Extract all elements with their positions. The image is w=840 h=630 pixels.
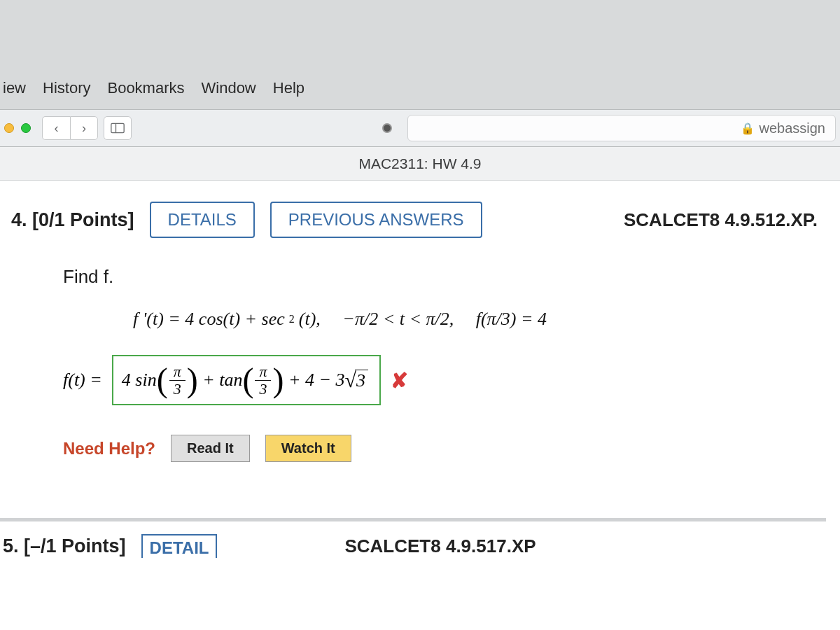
- tab-title: MAC2311: HW 4.9: [358, 155, 481, 172]
- page-content: 4. [0/1 Points] DETAILS PREVIOUS ANSWERS…: [0, 181, 840, 630]
- menu-item-window[interactable]: Window: [202, 79, 256, 97]
- address-bar[interactable]: 🔒 webassign: [407, 115, 836, 141]
- maximize-button[interactable]: [21, 123, 31, 133]
- lock-icon: 🔒: [741, 122, 755, 135]
- chevron-right-icon: ›: [82, 121, 86, 136]
- sidebar-toggle-button[interactable]: [104, 116, 132, 140]
- svg-rect-0: [111, 123, 124, 132]
- question-prompt: Find f.: [0, 266, 826, 288]
- bottom-fade: [0, 622, 840, 630]
- previous-answers-button[interactable]: PREVIOUS ANSWERS: [270, 202, 482, 238]
- chevron-left-icon: ‹: [55, 121, 59, 136]
- need-help-label: Need Help?: [63, 439, 155, 458]
- sidebar-icon: [111, 122, 125, 134]
- question-5-header: 5. [–/1 Points] DETAIL SCALCET8 4.9.517.…: [0, 534, 826, 558]
- answer-label: f(t) =: [63, 370, 102, 391]
- answer-input-box[interactable]: 4 sin ( π 3 ) + tan ( π 3 ) + 4 − 3 √ 3: [112, 355, 381, 405]
- details-button-partial[interactable]: DETAIL: [141, 534, 218, 558]
- forward-button[interactable]: ›: [70, 116, 98, 140]
- back-button[interactable]: ‹: [42, 116, 70, 140]
- tab-title-bar: MAC2311: HW 4.9: [0, 147, 840, 181]
- read-it-button[interactable]: Read It: [171, 435, 250, 462]
- minimize-button[interactable]: [4, 123, 14, 133]
- question-source-ref: SCALCET8 4.9.512.XP.: [624, 209, 826, 231]
- menu-item-history[interactable]: History: [43, 79, 90, 97]
- watch-it-button[interactable]: Watch It: [265, 435, 351, 462]
- menu-item-help[interactable]: Help: [273, 79, 304, 97]
- need-help-row: Need Help? Read It Watch It: [0, 435, 826, 462]
- question-5-number: 5. [–/1 Points]: [3, 536, 126, 557]
- details-button[interactable]: DETAILS: [150, 202, 255, 238]
- question-divider: [0, 518, 826, 522]
- nav-back-forward: ‹ ›: [42, 116, 98, 140]
- question-5-source-ref: SCALCET8 4.9.517.XP: [344, 536, 536, 557]
- traffic-lights: [4, 123, 31, 133]
- incorrect-icon: ✘: [391, 368, 408, 393]
- answer-row: f(t) = 4 sin ( π 3 ) + tan ( π 3 ) + 4 −…: [0, 355, 826, 405]
- browser-toolbar: ‹ › 🔒 webassign: [0, 109, 840, 147]
- mac-menubar: iew History Bookmarks Window Help: [0, 76, 840, 101]
- menu-item-bookmarks[interactable]: Bookmarks: [107, 79, 184, 97]
- question-number: 4. [0/1 Points]: [11, 209, 134, 231]
- question-4-header: 4. [0/1 Points] DETAILS PREVIOUS ANSWERS…: [0, 202, 826, 238]
- given-equation: f '(t) = 4 cos(t) + sec2(t), −π/2 < t < …: [0, 309, 826, 330]
- site-label: webassign: [759, 120, 825, 136]
- menu-item-view[interactable]: iew: [3, 79, 26, 97]
- tab-loading-indicator: [382, 123, 392, 133]
